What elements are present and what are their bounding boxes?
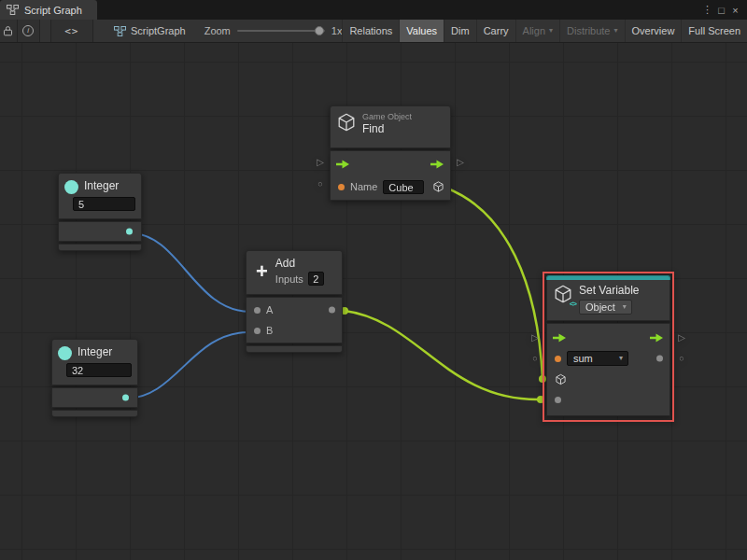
- graph-icon: [7, 5, 19, 15]
- node-port-body: [58, 221, 142, 242]
- button-label: Distribute: [567, 25, 610, 36]
- target-object-row: [547, 369, 669, 389]
- variable-scope-dropdown[interactable]: Object ▾: [579, 300, 632, 315]
- graph-toolbar: i <> ScriptGraph Zoom 1x Relations Value…: [0, 20, 747, 43]
- edit-source-button[interactable]: <>: [50, 20, 93, 42]
- tab-title: Script Graph: [24, 5, 82, 16]
- button-label: Carry: [484, 25, 509, 36]
- chevron-down-icon: ▾: [614, 27, 618, 35]
- dim-button[interactable]: Dim: [444, 20, 476, 42]
- add-icon: +: [256, 261, 268, 282]
- node-add[interactable]: + Add Inputs 2 A: [246, 250, 343, 353]
- button-label: Overview: [632, 25, 675, 36]
- button-label: Full Screen: [688, 25, 740, 36]
- chevron-down-icon: ▾: [619, 355, 623, 362]
- node-title: Find: [362, 122, 412, 135]
- maximize-icon[interactable]: □: [714, 5, 728, 16]
- scope-value: Object: [585, 301, 615, 313]
- value-input-port[interactable]: [555, 397, 561, 403]
- input-port-b[interactable]: [254, 328, 261, 334]
- graph-canvas[interactable]: Integer 5 Integer 32: [0, 43, 747, 560]
- port-label: A: [266, 304, 273, 315]
- integer-output-port[interactable]: [122, 395, 129, 401]
- lock-button[interactable]: [0, 20, 18, 42]
- node-port-body: [51, 387, 138, 408]
- chevron-down-icon: ▾: [623, 303, 627, 311]
- set-variable-icon: <>: [553, 284, 573, 306]
- script-graph-icon: [114, 26, 126, 36]
- align-button[interactable]: Align▾: [515, 20, 559, 42]
- code-badge-icon: <>: [570, 300, 576, 308]
- integer-value-input[interactable]: 32: [66, 363, 132, 377]
- variable-name-row: sum ▾: [547, 348, 669, 369]
- zoom-label: Zoom: [204, 25, 231, 36]
- node-header: <> Set Variable Object ▾: [546, 280, 670, 321]
- zoom-control: Zoom 1x: [204, 20, 343, 42]
- code-icon: <>: [64, 25, 78, 37]
- output-port-sum[interactable]: [329, 307, 335, 314]
- external-value-out-port[interactable]: ○: [676, 353, 687, 364]
- zoom-slider[interactable]: [237, 30, 325, 32]
- wire-add-to-setvariable-value[interactable]: [345, 311, 541, 399]
- wire-find-to-setvariable-target[interactable]: [445, 188, 543, 379]
- input-port-a[interactable]: [254, 307, 261, 314]
- external-flow-out-port[interactable]: ▷: [676, 332, 687, 343]
- node-title: Integer: [78, 345, 112, 358]
- external-flow-in-port[interactable]: ▷: [315, 157, 326, 168]
- distribute-button[interactable]: Distribute▾: [559, 20, 624, 42]
- flow-in-port[interactable]: [553, 333, 567, 343]
- name-label: Name: [350, 181, 377, 192]
- flow-out-port[interactable]: [650, 333, 664, 343]
- carry-button[interactable]: Carry: [476, 20, 515, 42]
- value-output-port[interactable]: [656, 356, 663, 362]
- node-port-body: Name Cube: [330, 150, 451, 201]
- close-icon[interactable]: ×: [728, 5, 742, 16]
- flow-port-row: [547, 328, 669, 348]
- relations-button[interactable]: Relations: [342, 20, 399, 42]
- inputs-label: Inputs: [275, 273, 303, 285]
- zoom-slider-knob[interactable]: [315, 26, 324, 35]
- node-title: Set Variable: [579, 284, 639, 297]
- node-category: Game Object: [362, 112, 412, 122]
- tab-script-graph[interactable]: Script Graph: [0, 0, 97, 20]
- fullscreen-button[interactable]: Full Screen: [681, 20, 747, 42]
- node-footer: [58, 244, 142, 251]
- variable-name-dropdown[interactable]: sum ▾: [567, 351, 628, 366]
- node-title: Add: [275, 257, 324, 270]
- node-integer-5[interactable]: Integer 5: [58, 173, 142, 251]
- port-row-b: B: [247, 320, 342, 341]
- flow-in-port[interactable]: [336, 160, 350, 170]
- target-object-port[interactable]: [555, 373, 567, 385]
- inspect-button[interactable]: i: [18, 20, 40, 42]
- node-footer: [246, 345, 343, 353]
- node-header: Integer 32: [51, 339, 138, 385]
- info-icon: i: [22, 25, 34, 36]
- integer-literal-icon: [58, 346, 72, 360]
- external-flow-out-port[interactable]: ▷: [455, 157, 466, 168]
- chevron-down-icon: ▾: [549, 27, 553, 35]
- menu-icon[interactable]: ⋮: [700, 4, 714, 16]
- external-name-port[interactable]: ○: [315, 178, 326, 189]
- integer-output-port[interactable]: [126, 229, 133, 235]
- node-game-object-find[interactable]: Game Object Find Name Cube: [330, 105, 451, 203]
- button-label: Values: [406, 25, 437, 36]
- wire-integer32-to-add-b[interactable]: [126, 332, 248, 399]
- wire-integer5-to-add-a[interactable]: [131, 233, 250, 312]
- graph-breadcrumb[interactable]: ScriptGraph: [114, 20, 186, 42]
- overview-button[interactable]: Overview: [625, 20, 682, 42]
- game-object-output-port[interactable]: [432, 181, 444, 193]
- node-set-variable[interactable]: <> Set Variable Object ▾: [546, 275, 670, 418]
- node-integer-32[interactable]: Integer 32: [51, 339, 138, 417]
- name-value-input[interactable]: Cube: [383, 180, 424, 194]
- flow-out-port[interactable]: [430, 160, 444, 170]
- inputs-count-input[interactable]: 2: [308, 272, 324, 286]
- node-header: Integer 5: [58, 173, 142, 219]
- port-label: B: [266, 325, 273, 336]
- variable-name-port[interactable]: [555, 356, 561, 362]
- external-flow-in-port[interactable]: ▷: [529, 332, 541, 343]
- values-button[interactable]: Values: [399, 20, 444, 42]
- external-name-port[interactable]: ○: [529, 353, 541, 364]
- toolbar-buttons: Relations Values Dim Carry Align▾ Distri…: [342, 20, 747, 42]
- name-input-port[interactable]: [338, 184, 345, 190]
- integer-value-input[interactable]: 5: [73, 197, 135, 211]
